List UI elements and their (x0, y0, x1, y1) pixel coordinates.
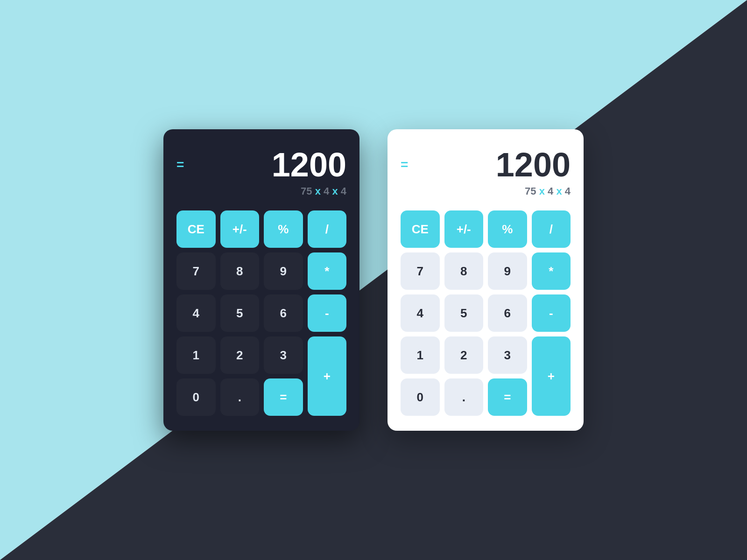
dark-btn-8[interactable]: 8 (220, 252, 260, 290)
light-btn-ce[interactable]: CE (401, 210, 440, 248)
calculator-dark: = 1200 75 x 4 x 4 CE +/- % / 7 8 9 * 4 5… (163, 129, 359, 431)
light-result: 1200 (496, 148, 571, 182)
light-btn-6[interactable]: 6 (488, 294, 527, 332)
light-btn-4[interactable]: 4 (401, 294, 440, 332)
dark-btn-2[interactable]: 2 (220, 336, 260, 374)
light-btn-1[interactable]: 1 (401, 336, 440, 374)
dark-btn-0[interactable]: 0 (176, 378, 216, 416)
light-btn-0[interactable]: 0 (401, 378, 440, 416)
dark-header: = 1200 (176, 148, 346, 182)
dark-btn-6[interactable]: 6 (264, 294, 303, 332)
dark-btn-divide[interactable]: / (308, 210, 347, 248)
light-button-grid: CE +/- % / 7 8 9 * 4 5 6 - 1 2 3 + 0 . = (401, 210, 571, 416)
light-btn-9[interactable]: 9 (488, 252, 527, 290)
dark-btn-4[interactable]: 4 (176, 294, 216, 332)
light-equals-icon: = (401, 158, 407, 171)
light-btn-plus-minus[interactable]: +/- (444, 210, 484, 248)
calculator-light: = 1200 75 x 4 x 4 CE +/- % / 7 8 9 * 4 5… (388, 129, 584, 431)
dark-btn-3[interactable]: 3 (264, 336, 303, 374)
dark-result: 1200 (272, 148, 346, 182)
light-expression: 75 x 4 x 4 (401, 185, 571, 197)
light-btn-8[interactable]: 8 (444, 252, 484, 290)
light-btn-3[interactable]: 3 (488, 336, 527, 374)
light-display: = 1200 75 x 4 x 4 (401, 148, 571, 197)
light-btn-equals[interactable]: = (488, 378, 527, 416)
calculators-container: = 1200 75 x 4 x 4 CE +/- % / 7 8 9 * 4 5… (0, 0, 747, 560)
light-btn-5[interactable]: 5 (444, 294, 484, 332)
dark-btn-5[interactable]: 5 (220, 294, 260, 332)
dark-btn-7[interactable]: 7 (176, 252, 216, 290)
light-btn-7[interactable]: 7 (401, 252, 440, 290)
dark-expression: 75 x 4 x 4 (176, 185, 346, 197)
light-btn-dot[interactable]: . (444, 378, 484, 416)
dark-btn-multiply[interactable]: * (308, 252, 347, 290)
dark-btn-percent[interactable]: % (264, 210, 303, 248)
light-btn-multiply[interactable]: * (532, 252, 571, 290)
dark-equals-icon: = (176, 158, 183, 171)
dark-btn-equals[interactable]: = (264, 378, 303, 416)
light-btn-minus[interactable]: - (532, 294, 571, 332)
light-btn-percent[interactable]: % (488, 210, 527, 248)
light-btn-divide[interactable]: / (532, 210, 571, 248)
light-btn-plus[interactable]: + (532, 336, 571, 416)
dark-btn-minus[interactable]: - (308, 294, 347, 332)
dark-btn-plus[interactable]: + (308, 336, 347, 416)
dark-btn-1[interactable]: 1 (176, 336, 216, 374)
dark-btn-plus-minus[interactable]: +/- (220, 210, 260, 248)
light-btn-2[interactable]: 2 (444, 336, 484, 374)
dark-btn-9[interactable]: 9 (264, 252, 303, 290)
dark-btn-ce[interactable]: CE (176, 210, 216, 248)
dark-btn-dot[interactable]: . (220, 378, 260, 416)
dark-display: = 1200 75 x 4 x 4 (176, 148, 346, 197)
dark-button-grid: CE +/- % / 7 8 9 * 4 5 6 - 1 2 3 + 0 . = (176, 210, 346, 416)
light-header: = 1200 (401, 148, 571, 182)
